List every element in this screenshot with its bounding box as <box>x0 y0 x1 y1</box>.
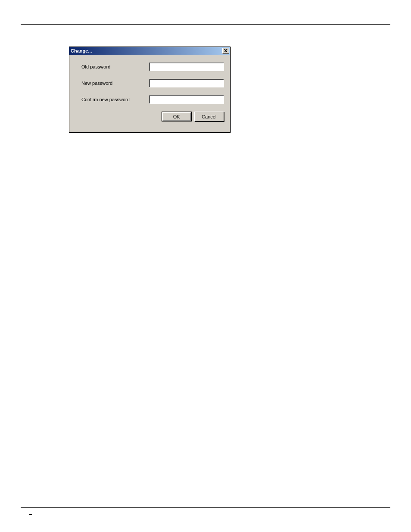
new-password-label: New password <box>81 81 149 86</box>
button-row: OK Cancel <box>81 112 224 121</box>
old-password-label: Old password <box>81 64 149 69</box>
old-password-input[interactable] <box>149 62 224 71</box>
confirm-password-input[interactable] <box>149 95 224 104</box>
close-button[interactable] <box>222 48 229 54</box>
new-password-input[interactable] <box>149 79 224 87</box>
ok-button-label: OK <box>173 114 180 119</box>
page-bottom-rule <box>21 507 390 508</box>
ok-button[interactable]: OK <box>162 112 192 121</box>
dialog-body: Old password New password Confirm new pa… <box>69 55 230 128</box>
cancel-button-label: Cancel <box>202 114 216 119</box>
confirm-password-row: Confirm new password <box>81 95 224 104</box>
page-top-rule <box>21 24 390 25</box>
cancel-button[interactable]: Cancel <box>194 112 224 121</box>
dialog-titlebar[interactable]: Change... <box>69 47 230 55</box>
close-icon <box>224 49 227 53</box>
old-password-row: Old password <box>81 62 224 71</box>
new-password-row: New password <box>81 79 224 87</box>
text-cursor <box>151 64 151 70</box>
change-password-dialog: Change... Old password New password Conf… <box>69 47 230 133</box>
confirm-password-label: Confirm new password <box>81 97 149 102</box>
dialog-title: Change... <box>71 48 92 53</box>
page-dash <box>29 514 32 515</box>
